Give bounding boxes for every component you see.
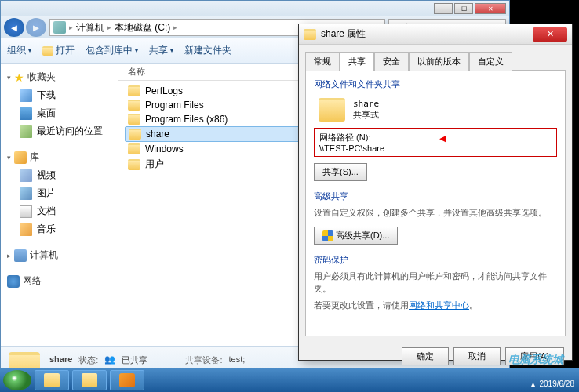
shared-icon: 👥 — [104, 354, 115, 366]
tab-strip: 常规 共享 安全 以前的版本 自定义 — [305, 51, 566, 70]
advanced-sharing-button[interactable]: 高级共享(D)... — [314, 227, 398, 245]
recent-icon — [20, 125, 32, 138]
drive-icon — [53, 21, 66, 34]
desktop-icon — [20, 107, 32, 120]
share-folder-name: share — [353, 99, 379, 109]
share-menu[interactable]: 共享▾ — [149, 44, 173, 57]
download-icon — [20, 89, 32, 102]
section-advanced-header: 高级共享 — [314, 191, 557, 202]
tab-previous-versions[interactable]: 以前的版本 — [409, 52, 469, 71]
advanced-description: 设置自定义权限，创建多个共享，并设置其他高级共享选项。 — [314, 207, 557, 219]
sidebar-item-videos[interactable]: 视频 — [4, 166, 115, 184]
dialog-body: 网络文件和文件夹共享 share 共享式 网络路径 (N): \\TEST-PC… — [305, 70, 566, 336]
computer-icon — [14, 249, 27, 262]
library-icon — [14, 151, 27, 164]
cancel-button[interactable]: 取消 — [453, 347, 501, 365]
sidebar-item-network[interactable]: 网络 — [4, 272, 115, 290]
tray-caret-icon[interactable]: ▴ — [531, 379, 535, 388]
document-icon — [20, 205, 32, 218]
network-center-link[interactable]: 网络和共享中心 — [409, 300, 469, 310]
chevron-right-icon: ▸ — [173, 24, 177, 31]
star-icon: ★ — [14, 71, 24, 84]
sidebar-favorites-header[interactable]: ▾★收藏夹 — [4, 68, 115, 86]
taskbar-explorer-button[interactable] — [35, 370, 69, 390]
status-name: share — [49, 354, 72, 366]
status-state-label: 状态: — [78, 354, 98, 366]
nav-back-button[interactable]: ◄ — [4, 18, 24, 37]
status-device-label: 共享设备: — [185, 354, 222, 366]
include-menu[interactable]: 包含到库中▾ — [86, 44, 138, 57]
sidebar-item-recent[interactable]: 最近访问的位置 — [4, 122, 115, 140]
chevron-right-icon: ▸ — [69, 24, 73, 31]
video-icon — [20, 169, 32, 182]
sidebar-item-music[interactable]: 音乐 — [4, 220, 115, 238]
open-button[interactable]: 打开 — [42, 44, 75, 57]
folder-icon — [82, 373, 97, 387]
system-tray[interactable]: ▴ 2019/6/28 — [531, 379, 575, 388]
tab-general[interactable]: 常规 — [305, 52, 340, 71]
ok-button[interactable]: 确定 — [402, 347, 449, 365]
dialog-close-button[interactable]: ✕ — [533, 27, 567, 42]
start-button[interactable] — [3, 370, 31, 390]
taskbar-media-button[interactable] — [110, 370, 144, 390]
maximize-button[interactable]: ☐ — [454, 3, 473, 14]
network-icon — [7, 275, 20, 288]
close-button[interactable]: ✕ — [475, 3, 506, 14]
dialog-titlebar[interactable]: share 属性 ✕ — [299, 24, 572, 45]
status-device-value: test; — [228, 354, 245, 366]
media-player-icon — [119, 373, 135, 387]
folder-icon — [304, 29, 316, 40]
folder-icon — [128, 143, 140, 154]
folder-icon — [128, 114, 140, 125]
chevron-right-icon: ▸ — [107, 24, 111, 31]
sidebar-item-documents[interactable]: 文档 — [4, 202, 115, 220]
share-button[interactable]: 共享(S)... — [314, 163, 367, 181]
taskbar: ▴ 2019/6/28 — [0, 368, 579, 392]
network-path-value: \\TEST-PC\share — [319, 143, 552, 153]
tab-custom[interactable]: 自定义 — [469, 52, 512, 71]
new-folder-button[interactable]: 新建文件夹 — [184, 44, 231, 57]
organize-menu[interactable]: 组织▾ — [7, 44, 31, 57]
breadcrumb-root[interactable]: 计算机 — [76, 21, 104, 34]
breadcrumb-drive[interactable]: 本地磁盘 (C:) — [115, 21, 170, 34]
column-name[interactable]: 名称 — [125, 66, 148, 78]
explorer-titlebar: ─ ☐ ✕ — [1, 1, 509, 16]
sidebar-item-computer[interactable]: ▸计算机 — [4, 246, 115, 264]
sidebar-item-desktop[interactable]: 桌面 — [4, 104, 115, 122]
annotation-arrow: ◂ — [439, 129, 446, 147]
folder-icon — [42, 46, 53, 56]
chevron-right-icon: ▸ — [7, 252, 11, 260]
folder-icon — [128, 159, 140, 170]
sidebar-item-downloads[interactable]: 下载 — [4, 86, 115, 104]
sidebar: ▾★收藏夹 下载 桌面 最近访问的位置 ▾库 视频 图片 文档 音乐 ▸计算机 … — [1, 64, 118, 346]
password-description-1: 用户必须具有此计算机的用户帐户和密码，才能访问共享文件夹。 — [314, 270, 557, 295]
music-icon — [20, 223, 32, 236]
share-mode: 共享式 — [353, 109, 379, 121]
status-state-value: 已共享 — [122, 354, 147, 366]
tray-date: 2019/6/28 — [540, 379, 575, 388]
caret-down-icon: ▾ — [170, 47, 173, 54]
sidebar-libraries-header[interactable]: ▾库 — [4, 148, 115, 166]
chevron-down-icon: ▾ — [7, 154, 11, 162]
folder-icon — [129, 129, 141, 140]
minimize-button[interactable]: ─ — [434, 3, 453, 14]
folder-icon — [128, 100, 140, 111]
section-password-header: 密码保护 — [314, 254, 557, 266]
tab-security[interactable]: 安全 — [374, 52, 409, 71]
section-file-sharing-header: 网络文件和文件夹共享 — [314, 78, 557, 90]
chevron-down-icon: ▾ — [7, 74, 11, 82]
watermark: 电脑系统城 — [508, 353, 563, 367]
properties-dialog: share 属性 ✕ 常规 共享 安全 以前的版本 自定义 网络文件和文件夹共享… — [298, 24, 573, 361]
folder-icon — [128, 85, 140, 96]
nav-forward-button[interactable]: ► — [26, 18, 46, 37]
picture-icon — [20, 187, 32, 200]
caret-down-icon: ▾ — [28, 47, 31, 54]
folder-icon — [44, 373, 60, 387]
tab-sharing[interactable]: 共享 — [340, 52, 374, 71]
sidebar-item-pictures[interactable]: 图片 — [4, 184, 115, 202]
taskbar-explorer-button-2[interactable] — [72, 370, 107, 390]
shield-icon — [322, 230, 333, 241]
password-description-2: 若要更改此设置，请使用网络和共享中心。 — [314, 299, 557, 311]
network-path-box: 网络路径 (N): \\TEST-PC\share — [314, 128, 557, 157]
folder-icon — [319, 98, 345, 122]
